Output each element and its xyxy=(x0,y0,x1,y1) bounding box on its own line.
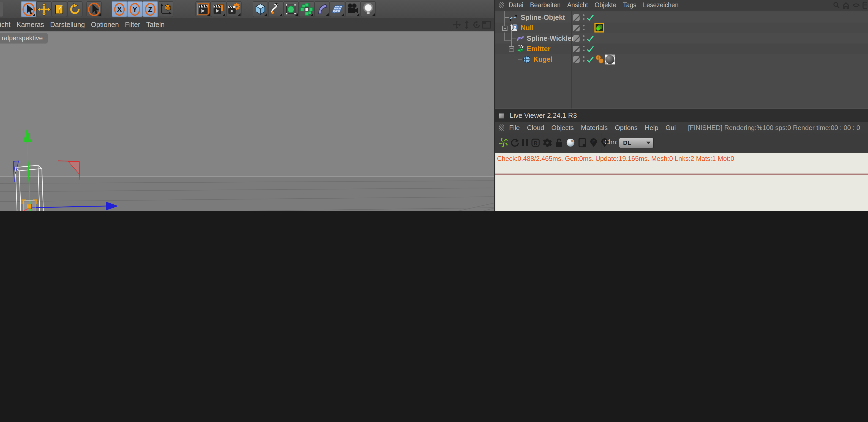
axis-z-lock-button[interactable]: Z xyxy=(143,1,158,17)
om-menu-bearbeiten[interactable]: Bearbeiten xyxy=(530,2,561,8)
axis-x-lock-button[interactable]: X xyxy=(112,1,127,17)
main-toolbar: X Y Z xyxy=(0,0,495,19)
viewport-rotate-icon[interactable] xyxy=(472,20,481,29)
rotate-tool-button[interactable] xyxy=(67,1,83,17)
reset-render-icon[interactable]: R xyxy=(531,138,540,148)
focus-picker-pin-icon[interactable]: F xyxy=(589,138,598,148)
visibility-dot[interactable] xyxy=(583,35,585,37)
scale-tool-button[interactable] xyxy=(52,1,67,17)
viewport-pan-icon[interactable] xyxy=(453,20,461,29)
light-icon xyxy=(361,2,375,16)
octane-logo-icon[interactable] xyxy=(499,138,508,148)
visibility-dot[interactable] xyxy=(583,14,585,16)
svg-text:X: X xyxy=(117,5,122,13)
lv-menu-options[interactable]: Options xyxy=(615,124,638,132)
editor-visibility-toggle[interactable] xyxy=(573,14,580,21)
coordinate-system-button[interactable] xyxy=(158,1,174,17)
viewport-menu-ansicht[interactable]: Ansicht xyxy=(0,21,10,29)
lv-menu-file[interactable]: File xyxy=(509,124,520,132)
axis-y-lock-button[interactable]: Y xyxy=(127,1,143,17)
om-menu-objekte[interactable]: Objekte xyxy=(594,2,616,8)
selection-gizmo[interactable] xyxy=(22,200,37,211)
om-home-icon[interactable] xyxy=(842,1,850,8)
om-eye-icon[interactable] xyxy=(852,1,860,8)
add-spline-pen-button[interactable] xyxy=(268,1,283,17)
editor-visibility-toggle[interactable] xyxy=(573,56,580,62)
restart-render-icon[interactable] xyxy=(511,138,519,148)
lock-resolution-icon[interactable] xyxy=(555,138,563,148)
spline-pen-icon xyxy=(269,2,283,16)
octane-check-status-line: Check:0.488/2.465ms. Gen:0ms. Update:19.… xyxy=(495,152,868,164)
render-canvas[interactable] xyxy=(495,164,868,211)
settings-gear-icon[interactable] xyxy=(543,138,552,148)
visibility-dot[interactable] xyxy=(583,56,585,58)
add-camera-button[interactable] xyxy=(345,1,361,17)
visibility-dot[interactable] xyxy=(583,29,585,31)
viewport-menu-tafeln[interactable]: Tafeln xyxy=(147,21,165,29)
om-menu-datei[interactable]: Datei xyxy=(508,2,523,8)
rotate-icon xyxy=(68,2,82,16)
editor-visibility-toggle[interactable] xyxy=(573,35,580,41)
cube-icon xyxy=(253,2,268,16)
channel-dropdown[interactable]: DL xyxy=(619,138,654,148)
visibility-dot[interactable] xyxy=(583,39,585,41)
object-row-kugel[interactable]: Kugel xyxy=(495,54,868,64)
lv-menu-materials[interactable]: Materials xyxy=(581,124,608,132)
om-filter-icon[interactable] xyxy=(863,1,867,8)
viewport-maximize-icon[interactable] xyxy=(482,20,492,29)
render-region-icon[interactable] xyxy=(578,138,587,148)
om-menu-tags[interactable]: Tags xyxy=(623,2,637,8)
render-to-picture-viewer-button[interactable] xyxy=(211,1,226,17)
object-row-null[interactable]: 0 Null xyxy=(495,23,868,33)
material-ball-icon[interactable] xyxy=(566,138,575,148)
render-status-text: [FINISHED] Rendering:%100 sps:0 Render t… xyxy=(688,124,868,132)
add-deformer-button[interactable] xyxy=(314,1,330,17)
live-selection-tool-button[interactable] xyxy=(21,1,36,17)
viewport-menu-optionen[interactable]: Optionen xyxy=(91,21,119,29)
live-viewer-panel: Live Viewer 2.24.1 R3 File Cloud Objects… xyxy=(495,109,868,211)
editor-visibility-toggle[interactable] xyxy=(573,46,580,52)
add-subdivision-surface-button[interactable] xyxy=(283,1,299,17)
om-menu-ansicht[interactable]: Ansicht xyxy=(567,2,588,8)
pause-render-icon[interactable] xyxy=(522,138,528,148)
live-viewer-titlebar[interactable]: Live Viewer 2.24.1 R3 xyxy=(495,109,868,122)
render-picture-viewer-icon xyxy=(211,2,226,16)
visibility-dot[interactable] xyxy=(583,18,585,20)
object-row-spline-wickler[interactable]: Spline-Wickler xyxy=(495,33,868,44)
viewport-menu-filter[interactable]: Filter xyxy=(125,21,141,29)
object-row-emitter[interactable]: Emitter xyxy=(495,44,868,54)
octane-scatter-tag-selected[interactable] xyxy=(594,23,604,32)
visibility-dot[interactable] xyxy=(583,46,585,48)
drag-grip-icon[interactable] xyxy=(499,124,504,131)
lv-menu-cloud[interactable]: Cloud xyxy=(527,124,545,132)
visibility-dot[interactable] xyxy=(583,60,585,62)
om-search-icon[interactable] xyxy=(833,1,840,8)
lv-menu-gui[interactable]: Gui xyxy=(665,124,676,132)
viewport-menu-kameras[interactable]: Kameras xyxy=(17,21,44,29)
om-menu-lesezeichen[interactable]: Lesezeichen xyxy=(643,2,678,8)
move-icon xyxy=(37,2,51,16)
window-icon xyxy=(499,113,504,118)
add-cloner-button[interactable] xyxy=(299,1,314,17)
lv-menu-help[interactable]: Help xyxy=(645,124,658,132)
camera-icon xyxy=(346,2,360,16)
last-selection-tool-button[interactable] xyxy=(86,1,102,17)
visibility-dot[interactable] xyxy=(583,25,585,27)
chevron-down-icon xyxy=(646,142,651,144)
drag-grip-icon[interactable] xyxy=(499,2,504,8)
viewport-canvas[interactable] xyxy=(0,31,495,211)
lv-menu-objects[interactable]: Objects xyxy=(551,124,574,132)
add-floor-button[interactable] xyxy=(330,1,345,17)
object-row-spline-objekt[interactable]: Spline-Objekt xyxy=(495,12,868,23)
render-settings-button[interactable] xyxy=(226,1,242,17)
move-tool-button[interactable] xyxy=(36,1,52,17)
material-tag-preview[interactable] xyxy=(605,54,615,64)
viewport-menu-darstellung[interactable]: Darstellung xyxy=(50,21,85,29)
add-cube-button[interactable] xyxy=(253,1,268,17)
add-light-button[interactable] xyxy=(361,1,376,17)
dynamics-tag-icon[interactable] xyxy=(595,55,604,64)
visibility-dot[interactable] xyxy=(583,50,585,52)
render-view-button[interactable] xyxy=(195,1,211,17)
viewport-zoom-icon[interactable] xyxy=(462,20,471,29)
editor-visibility-toggle[interactable] xyxy=(573,25,580,31)
